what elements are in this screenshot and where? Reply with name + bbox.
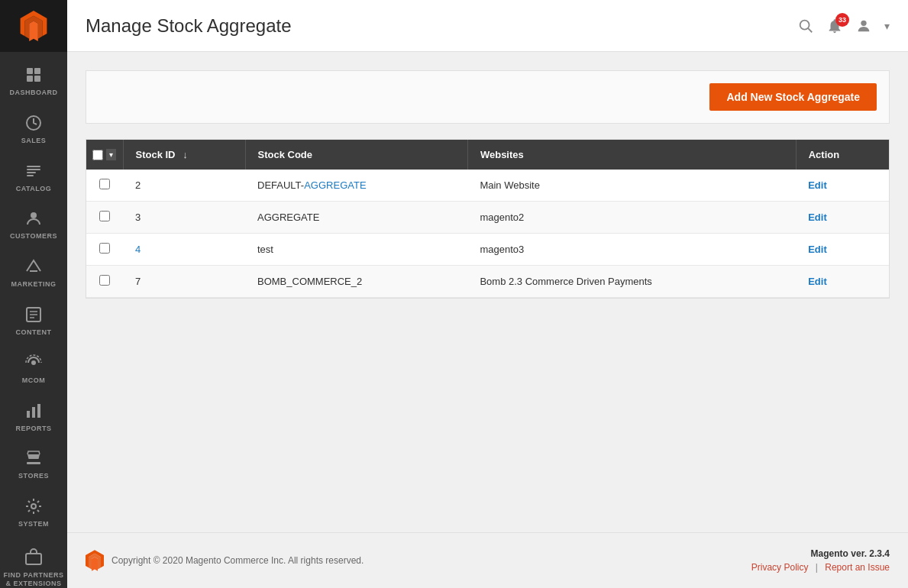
select-all-checkbox[interactable]: [92, 150, 103, 160]
header-dropdown-button[interactable]: ▾: [884, 20, 890, 32]
row-checkbox[interactable]: [99, 179, 110, 189]
footer-right: Magento ver. 2.3.4 Privacy Policy | Repo…: [751, 548, 890, 573]
row-stock-code: test: [245, 234, 467, 266]
footer-left: Copyright © 2020 Magento Commerce Inc. A…: [86, 550, 364, 571]
stock-id-link[interactable]: 4: [135, 244, 141, 255]
svg-point-12: [31, 504, 36, 509]
th-stock-code-label: Stock Code: [258, 149, 313, 160]
header-actions: 33 ▾: [797, 18, 890, 34]
sidebar-logo: [0, 0, 67, 52]
search-icon: [797, 18, 814, 34]
sidebar-item-marketing[interactable]: MARKETING: [0, 247, 67, 295]
row-action: Edit: [796, 266, 889, 298]
sort-desc-icon: ↓: [183, 149, 188, 160]
sidebar-item-dashboard[interactable]: DASHBOARD: [0, 55, 67, 103]
th-websites-label: Websites: [480, 149, 524, 160]
sidebar-item-marketing-label: MARKETING: [11, 280, 57, 289]
row-stock-id: 7: [123, 266, 245, 298]
svg-rect-8: [27, 411, 30, 418]
sidebar-item-stores[interactable]: STORES: [0, 438, 67, 486]
marketing-icon: [23, 256, 44, 277]
report-issue-link[interactable]: Report an Issue: [825, 562, 890, 573]
table-row: 2DEFAULT-AGGREGATEMain WebsiteEdit: [86, 170, 889, 202]
search-button[interactable]: [797, 18, 814, 34]
svg-rect-3: [34, 76, 40, 82]
edit-link[interactable]: Edit: [808, 179, 827, 191]
row-stock-id: 2: [123, 170, 245, 202]
th-stock-id[interactable]: Stock ID ↓: [123, 140, 245, 170]
th-stock-code: Stock Code: [245, 140, 467, 170]
sidebar-item-find-partners-label: FIND PARTNERS & EXTENSIONS: [3, 571, 64, 588]
sidebar-item-find-partners[interactable]: FIND PARTNERS & EXTENSIONS: [0, 538, 67, 588]
page-title: Manage Stock Aggregate: [86, 15, 797, 37]
row-checkbox-cell: [86, 170, 123, 202]
th-action: Action: [796, 140, 889, 170]
sidebar-item-content[interactable]: CONTENT: [0, 295, 67, 343]
table-row: 4testmagento3Edit: [86, 234, 889, 266]
page-toolbar: Add New Stock Aggregate: [86, 70, 890, 124]
table-header-row: ▾ Stock ID ↓ Stock Code Websites: [86, 140, 889, 170]
sales-icon: [23, 112, 44, 134]
row-action: Edit: [796, 170, 889, 202]
row-checkbox[interactable]: [99, 275, 110, 286]
sidebar-item-reports[interactable]: REPORTS: [0, 391, 67, 439]
th-websites: Websites: [467, 140, 796, 170]
sidebar-item-customers-label: CUSTOMERS: [10, 232, 57, 241]
edit-link[interactable]: Edit: [808, 212, 827, 223]
table-body: 2DEFAULT-AGGREGATEMain WebsiteEdit3AGGRE…: [86, 170, 889, 298]
sidebar-item-mcom-label: MCOM: [22, 376, 46, 385]
system-icon: [23, 496, 44, 517]
row-checkbox[interactable]: [99, 211, 110, 221]
footer-separator: |: [816, 562, 818, 573]
checkbox-dropdown-button[interactable]: ▾: [106, 149, 116, 160]
footer-version-label: Magento: [811, 548, 848, 559]
svg-point-16: [861, 20, 866, 25]
user-menu-button[interactable]: [855, 18, 872, 34]
svg-rect-11: [27, 462, 40, 464]
sidebar-item-catalog-label: CATALOG: [16, 185, 52, 193]
row-checkbox-cell: [86, 266, 123, 298]
row-websites: magento2: [467, 202, 796, 234]
row-action: Edit: [796, 202, 889, 234]
stock-code-link[interactable]: AGGREGATE: [304, 179, 366, 191]
row-stock-code: AGGREGATE: [245, 202, 467, 234]
sidebar-item-sales-label: SALES: [21, 137, 47, 145]
sidebar-item-dashboard-label: DASHBOARD: [10, 89, 58, 97]
sidebar-item-sales[interactable]: SALES: [0, 103, 67, 151]
svg-rect-10: [37, 404, 40, 418]
sidebar-item-content-label: CONTENT: [16, 328, 52, 337]
notifications-button[interactable]: 33: [826, 18, 843, 34]
privacy-policy-link[interactable]: Privacy Policy: [751, 562, 809, 573]
row-stock-id: 3: [123, 202, 245, 234]
sidebar-item-customers[interactable]: CUSTOMERS: [0, 199, 67, 247]
stores-icon: [23, 447, 44, 469]
user-icon: [855, 18, 872, 34]
svg-point-5: [31, 212, 37, 218]
svg-line-15: [808, 28, 812, 32]
magento-logo-icon: [18, 11, 49, 41]
catalog-icon: [23, 160, 44, 182]
mcom-icon: [23, 352, 44, 373]
main-content: Manage Stock Aggregate 33 ▾ Add New Stoc…: [67, 0, 908, 588]
sidebar-item-stores-label: STORES: [18, 472, 49, 480]
edit-link[interactable]: Edit: [808, 244, 827, 255]
footer-magento-icon: [86, 550, 104, 571]
sidebar-item-system-label: SYSTEM: [18, 520, 49, 528]
row-checkbox-cell: [86, 202, 123, 234]
add-stock-aggregate-button[interactable]: Add New Stock Aggregate: [709, 83, 877, 111]
svg-rect-0: [27, 68, 33, 74]
svg-point-14: [800, 20, 809, 29]
page-footer: Copyright © 2020 Magento Commerce Inc. A…: [67, 532, 908, 588]
row-stock-code: DEFAULT-AGGREGATE: [245, 170, 467, 202]
sidebar-item-catalog[interactable]: CATALOG: [0, 151, 67, 199]
row-checkbox[interactable]: [99, 243, 110, 254]
row-stock-code: BOMB_COMMERCE_2: [245, 266, 467, 298]
edit-link[interactable]: Edit: [808, 276, 827, 287]
svg-point-7: [31, 360, 36, 365]
sidebar-item-system[interactable]: SYSTEM: [0, 486, 67, 535]
notification-badge: 33: [835, 13, 849, 27]
footer-copyright: Copyright © 2020 Magento Commerce Inc. A…: [111, 555, 364, 566]
reports-icon: [23, 400, 44, 422]
table-row: 7BOMB_COMMERCE_2Bomb 2.3 Commerce Driven…: [86, 266, 889, 298]
sidebar-item-mcom[interactable]: MCOM: [0, 343, 67, 391]
